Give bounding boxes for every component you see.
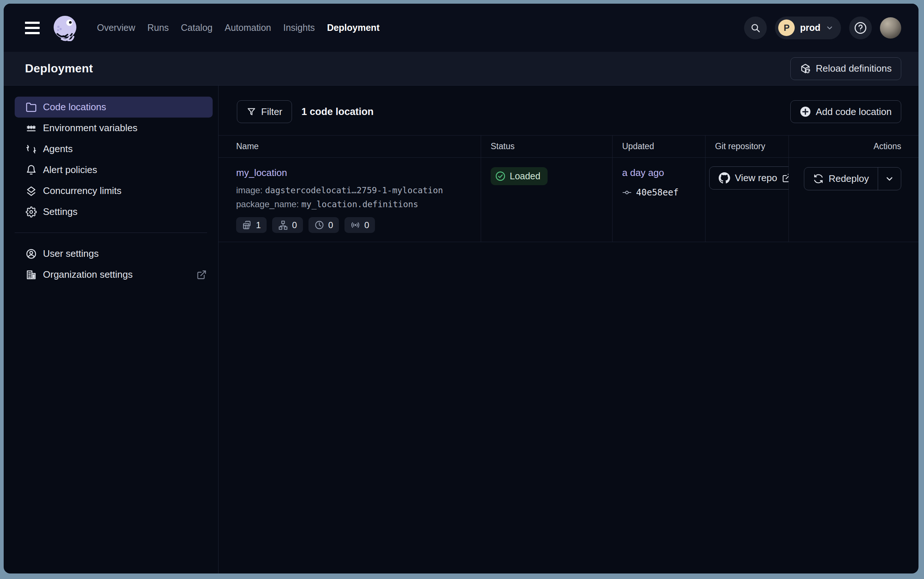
dagster-logo[interactable] xyxy=(52,15,78,41)
sidebar-item-alert-policies[interactable]: Alert policies xyxy=(15,159,213,180)
package-line: package_name: my_location.definitions xyxy=(236,199,481,210)
chevron-down-icon xyxy=(826,24,834,32)
column-header-updated: Updated xyxy=(612,136,705,157)
plus-circle-icon xyxy=(800,106,811,117)
column-header-git-repository: Git repository xyxy=(705,136,789,157)
page-title: Deployment xyxy=(25,62,93,75)
folder-icon xyxy=(26,102,37,113)
nav-item-insights[interactable]: Insights xyxy=(283,23,315,33)
commit-line: 40e58eef xyxy=(622,187,705,198)
page-header: Deployment Reload definitions xyxy=(4,52,919,86)
asset-count-icon xyxy=(242,220,252,230)
schedule-count-icon xyxy=(314,220,324,230)
environment-avatar: P xyxy=(778,20,795,36)
add-code-location-button[interactable]: Add code location xyxy=(790,100,901,123)
column-header-actions: Actions xyxy=(789,136,919,157)
definition-counts: 1 0 xyxy=(236,217,481,233)
add-code-location-label: Add code location xyxy=(816,106,892,118)
nav-item-automation[interactable]: Automation xyxy=(225,23,271,33)
environment-switcher[interactable]: P prod xyxy=(775,16,841,39)
sidebar-item-agents[interactable]: Agents xyxy=(15,139,213,159)
redeploy-more-button[interactable] xyxy=(878,167,901,190)
nav-item-catalog[interactable]: Catalog xyxy=(181,23,213,33)
redeploy-label: Redeploy xyxy=(829,173,869,185)
image-value: dagstercodelocati…2759-1-mylocation xyxy=(265,185,443,195)
refresh-icon xyxy=(813,173,824,184)
job-count-icon xyxy=(278,220,288,230)
sidebar-item-organization-settings[interactable]: Organization settings xyxy=(15,264,213,285)
app-window: Overview Runs Catalog Automation Insight… xyxy=(4,4,919,574)
table-row: my_location image: dagstercodelocati…275… xyxy=(219,158,919,242)
image-line: image: dagstercodelocati…2759-1-mylocati… xyxy=(236,185,481,196)
filter-button[interactable]: Filter xyxy=(237,100,292,123)
check-circle-icon xyxy=(495,171,506,182)
sidebar-item-user-settings[interactable]: User settings xyxy=(15,243,213,264)
gear-icon xyxy=(26,206,37,218)
reload-definitions-icon xyxy=(800,63,811,74)
asset-count-chip: 1 xyxy=(236,217,267,233)
code-location-link[interactable]: my_location xyxy=(236,167,287,178)
view-repo-label: View repo xyxy=(735,172,777,184)
user-circle-icon xyxy=(26,249,37,259)
nav-item-overview[interactable]: Overview xyxy=(97,23,135,33)
code-locations-table: Name Status Updated Git repository Actio… xyxy=(219,135,919,242)
bell-icon xyxy=(26,165,37,176)
help-icon xyxy=(854,21,867,35)
reload-definitions-button[interactable]: Reload definitions xyxy=(790,57,901,80)
external-link-icon xyxy=(196,270,207,280)
help-button[interactable] xyxy=(849,16,872,39)
nav-item-runs[interactable]: Runs xyxy=(147,23,168,33)
sidebar-item-environment-variables[interactable]: Environment variables xyxy=(15,118,213,139)
toolbar: Filter 1 code location Add code location xyxy=(237,100,901,123)
primary-nav: Overview Runs Catalog Automation Insight… xyxy=(97,23,379,33)
commit-hash: 40e58eef xyxy=(636,187,679,198)
layers-icon xyxy=(26,185,37,196)
redeploy-split-button: Redeploy xyxy=(804,167,901,190)
name-cell: my_location image: dagstercodelocati…275… xyxy=(219,158,481,242)
topnav-right-cluster: P prod xyxy=(744,16,901,39)
github-icon xyxy=(719,172,730,184)
schedule-count-chip: 0 xyxy=(309,217,339,233)
job-count-chip: 0 xyxy=(272,217,303,233)
filter-label: Filter xyxy=(261,106,282,118)
sidebar-item-settings[interactable]: Settings xyxy=(15,201,213,222)
redeploy-button[interactable]: Redeploy xyxy=(804,167,878,190)
nav-item-deployment[interactable]: Deployment xyxy=(327,23,379,33)
environment-name: prod xyxy=(800,23,820,33)
view-repo-button[interactable]: View repo xyxy=(709,167,789,190)
search-icon xyxy=(750,23,761,33)
top-navigation: Overview Runs Catalog Automation Insight… xyxy=(4,4,919,52)
status-badge: Loaded xyxy=(491,167,548,185)
agents-icon xyxy=(26,144,37,155)
sidebar-item-concurrency-limits[interactable]: Concurrency limits xyxy=(15,180,213,201)
reload-definitions-label: Reload definitions xyxy=(816,63,892,74)
sensor-count-chip: 0 xyxy=(344,217,375,233)
sidebar-item-code-locations[interactable]: Code locations xyxy=(15,96,213,118)
search-button[interactable] xyxy=(744,16,767,39)
env-vars-icon xyxy=(26,123,37,134)
actions-cell: Redeploy xyxy=(789,158,919,242)
building-icon xyxy=(26,269,37,280)
updated-cell: a day ago 40e58eef xyxy=(612,158,705,242)
commit-icon xyxy=(622,188,632,197)
hamburger-menu-icon[interactable] xyxy=(25,22,40,34)
updated-link[interactable]: a day ago xyxy=(622,167,664,178)
column-header-status: Status xyxy=(481,136,612,157)
sidebar-divider xyxy=(15,232,207,233)
user-avatar[interactable] xyxy=(880,17,901,39)
sidebar: Code locations Environment variables xyxy=(4,86,219,574)
column-header-name: Name xyxy=(219,136,481,157)
git-repository-cell: View repo xyxy=(705,158,789,242)
content: Code locations Environment variables xyxy=(4,86,919,574)
main-panel: Filter 1 code location Add code location… xyxy=(219,86,919,574)
table-header-row: Name Status Updated Git repository Actio… xyxy=(219,135,919,158)
chevron-down-icon xyxy=(885,174,894,184)
sensor-count-icon xyxy=(350,220,360,230)
filter-icon xyxy=(247,107,256,117)
status-cell: Loaded xyxy=(481,158,612,242)
external-link-icon xyxy=(782,173,789,183)
code-location-count: 1 code location xyxy=(302,106,374,118)
package-value: my_location.definitions xyxy=(301,200,418,209)
